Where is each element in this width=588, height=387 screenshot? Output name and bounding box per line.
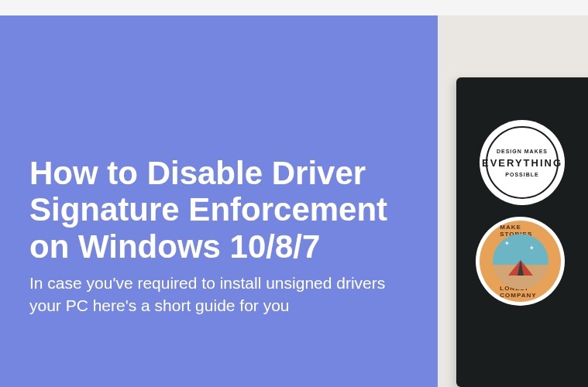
sticker-stories: MAKE STORIES LONELY COMPANY ✦ ✦ [476, 217, 565, 306]
article-subtitle: In case you've required to install unsig… [29, 272, 408, 317]
background-photo: DESIGN MAKES EVERYTHING POSSIBLE MAKE ST… [433, 15, 588, 387]
sticker-everything: DESIGN MAKES EVERYTHING POSSIBLE [480, 120, 565, 205]
sticker-main-text: EVERYTHING [482, 157, 562, 169]
article-title: How to Disable Driver Signature Enforcem… [29, 155, 408, 265]
text-overlay: How to Disable Driver Signature Enforcem… [0, 15, 438, 387]
sticker-top-text: DESIGN MAKES [497, 149, 548, 154]
sticker-bottom-text: POSSIBLE [505, 172, 538, 177]
sticker-scene: ✦ ✦ [493, 234, 548, 289]
